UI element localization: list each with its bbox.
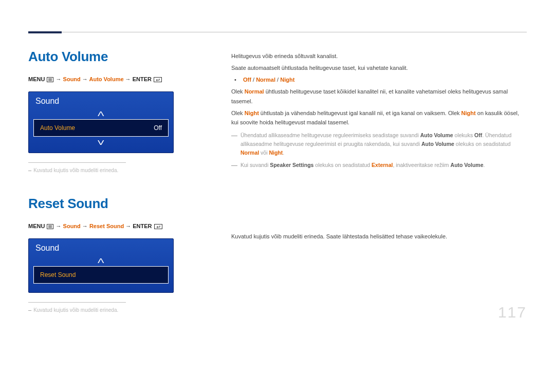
enter-icon bbox=[154, 224, 162, 230]
note-2-text: Kui suvandi Speaker Settings olekuks on … bbox=[240, 161, 527, 171]
enter-icon bbox=[154, 77, 162, 83]
right-column: Helitugevus võib erineda sõltuvalt kanal… bbox=[231, 31, 527, 335]
page-number: 117 bbox=[498, 304, 527, 321]
breadcrumb-auto-volume: MENU → Sound → Auto Volume → ENTER bbox=[28, 76, 231, 83]
bc-arrow: → bbox=[56, 76, 62, 82]
menu-icon bbox=[47, 77, 53, 83]
bc-arrow: → bbox=[56, 223, 62, 229]
dash-icon: ― bbox=[231, 161, 237, 171]
breadcrumb-reset-sound: MENU → Sound → Reset Sound → ENTER bbox=[28, 223, 231, 230]
bc-item: Auto Volume bbox=[89, 76, 124, 82]
footnote-reset-sound: –Kuvatud kujutis võib mudeliti erineda. bbox=[28, 307, 231, 313]
reset-body-p: Kuvatud kujutis võib mudeliti erineda. S… bbox=[231, 232, 527, 241]
page: Auto Volume MENU → Sound → Auto Volume →… bbox=[0, 0, 555, 335]
bc-enter: ENTER bbox=[133, 76, 152, 82]
footnote-text: Kuvatud kujutis võib mudeliti erineda. bbox=[33, 307, 118, 313]
bc-menu: MENU bbox=[28, 223, 45, 229]
chevron-down-icon[interactable]: ᐯ bbox=[28, 139, 174, 146]
options-bullet: Off / Normal / Night bbox=[231, 75, 527, 84]
bc-arrow: → bbox=[125, 223, 131, 229]
dash-icon: – bbox=[28, 307, 31, 313]
heading-reset-sound: Reset Sound bbox=[28, 196, 231, 212]
footnote-auto-volume: –Kuvatud kujutis võib mudeliti erineda. bbox=[28, 167, 231, 173]
opt-night: Night bbox=[280, 77, 294, 83]
panel-title: Sound bbox=[28, 91, 174, 110]
header-rule-accent bbox=[28, 31, 62, 33]
footnote-rule bbox=[28, 162, 126, 163]
panel-title: Sound bbox=[28, 238, 174, 257]
body-p2: Saate automaatselt ühtlustada helitugevu… bbox=[231, 63, 527, 72]
note-2: ― Kui suvandi Speaker Settings olekuks o… bbox=[231, 161, 527, 171]
bc-arrow: → bbox=[125, 76, 131, 82]
bc-item: Reset Sound bbox=[89, 223, 124, 229]
bc-menu: MENU bbox=[28, 76, 45, 82]
note-1-text: Ühendatud allikaseadme helitugevuse regu… bbox=[240, 131, 527, 157]
osd-panel-auto-volume: Sound ᐱ Auto Volume Off ᐯ bbox=[28, 91, 174, 153]
svg-rect-4 bbox=[154, 78, 162, 82]
chevron-up-icon[interactable]: ᐱ bbox=[28, 110, 174, 117]
row-label: Auto Volume bbox=[40, 124, 75, 132]
bc-sound: Sound bbox=[63, 223, 81, 229]
bc-sound: Sound bbox=[63, 76, 81, 82]
body-p4: Olek Night ühtlustab ja vähendab helitug… bbox=[231, 108, 527, 127]
opt-sep: / bbox=[251, 77, 256, 83]
footnote-text: Kuvatud kujutis võib mudeliti erineda. bbox=[33, 167, 118, 173]
svg-rect-9 bbox=[154, 225, 162, 229]
opt-sep: / bbox=[275, 77, 280, 83]
opt-normal: Normal bbox=[256, 77, 275, 83]
row-value: Off bbox=[154, 124, 162, 132]
footnote-rule bbox=[28, 302, 126, 303]
section-reset-sound: Reset Sound MENU → Sound → Reset Sound →… bbox=[28, 196, 231, 313]
panel-row-reset-sound[interactable]: Reset Sound bbox=[33, 266, 169, 284]
body-p1: Helitugevus võib erineda sõltuvalt kanal… bbox=[231, 51, 527, 61]
body-p3: Olek Normal ühtlustab helitugevuse taset… bbox=[231, 87, 527, 105]
chevron-up-icon[interactable]: ᐱ bbox=[28, 257, 174, 264]
note-1: ― Ühendatud allikaseadme helitugevuse re… bbox=[231, 131, 527, 157]
section-auto-volume: Auto Volume MENU → Sound → Auto Volume →… bbox=[28, 49, 231, 173]
dash-icon: ― bbox=[231, 131, 237, 157]
panel-row-auto-volume[interactable]: Auto Volume Off bbox=[33, 119, 169, 137]
bc-arrow: → bbox=[82, 76, 88, 82]
opt-off: Off bbox=[243, 77, 251, 83]
osd-panel-reset-sound: Sound ᐱ Reset Sound bbox=[28, 238, 174, 293]
bc-enter: ENTER bbox=[133, 223, 152, 229]
row-label: Reset Sound bbox=[40, 271, 76, 278]
menu-icon bbox=[47, 224, 53, 230]
heading-auto-volume: Auto Volume bbox=[28, 49, 231, 65]
dash-icon: – bbox=[28, 167, 31, 173]
left-column: Auto Volume MENU → Sound → Auto Volume →… bbox=[28, 31, 231, 335]
header-rule bbox=[28, 32, 527, 32]
bc-arrow: → bbox=[82, 223, 88, 229]
